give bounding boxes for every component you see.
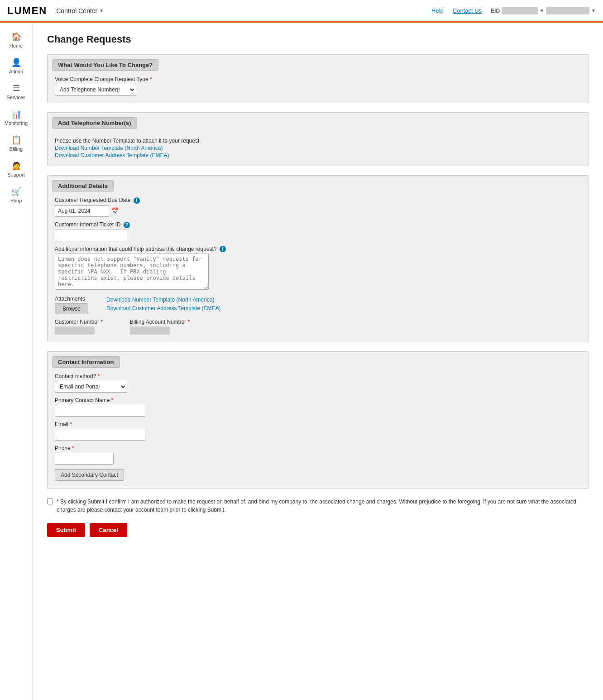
- add-telephone-header: Add Telephone Number(s): [52, 117, 137, 129]
- page-title: Change Requests: [47, 34, 589, 45]
- control-center-arrow: ▼: [99, 8, 104, 13]
- due-date-info-icon[interactable]: i: [134, 197, 140, 204]
- services-icon: ☰: [13, 83, 20, 93]
- ticket-id-info-icon[interactable]: ?: [124, 222, 130, 228]
- sidebar-item-admin[interactable]: 👤 Admin: [0, 53, 32, 79]
- email-input[interactable]: [55, 429, 145, 441]
- additional-details-body: Customer Requested Due Date i 📅 Customer…: [48, 192, 588, 342]
- sidebar-item-label-billing: Billing: [10, 146, 23, 152]
- download-north-america-link-2[interactable]: Download Number Template (North America): [106, 297, 221, 303]
- submit-button[interactable]: Submit: [47, 523, 85, 537]
- contact-information-section: Contact Information Contact method? * Em…: [47, 351, 589, 489]
- auth-text: * By clicking Submit I confirm I am auth…: [57, 498, 589, 514]
- sidebar: 🏠 Home 👤 Admin ☰ Services 📊 Monitoring 📋…: [0, 23, 33, 700]
- add-telephone-body: Please use the Number Template to attach…: [48, 129, 588, 166]
- sidebar-item-services[interactable]: ☰ Services: [0, 79, 32, 105]
- customer-number-value: XXXXXXXXX: [55, 326, 95, 335]
- sidebar-item-monitoring[interactable]: 📊 Monitoring: [0, 105, 32, 130]
- contact-method-label: Contact method? *: [55, 373, 581, 379]
- phone-input[interactable]: [55, 453, 114, 465]
- shop-icon: 🛒: [11, 187, 21, 197]
- voice-complete-required: *: [150, 76, 152, 82]
- main-content: Change Requests What Would You Like To C…: [33, 23, 603, 700]
- home-icon: 🏠: [11, 32, 21, 42]
- what-change-body: Voice Complete Change Request Type * Add…: [48, 71, 588, 103]
- support-icon: 🙍: [11, 161, 21, 171]
- voice-complete-select[interactable]: Add Telephone Number(s) Remove Telephone…: [55, 84, 136, 96]
- additional-info-label: Additional information that could help a…: [55, 246, 581, 253]
- sidebar-item-label-home: Home: [10, 43, 23, 48]
- primary-contact-label: Primary Contact Name *: [55, 397, 581, 403]
- contact-info-body: Contact method? * Email and Portal Phone…: [48, 368, 588, 488]
- contact-us-link[interactable]: Contact Us: [453, 7, 482, 14]
- control-center-nav[interactable]: Control Center ▼: [56, 7, 104, 14]
- email-label: Email *: [55, 421, 581, 427]
- eid-value: XXXXXXXXX: [502, 7, 538, 14]
- add-telephone-intro: Please use the Number Template to attach…: [55, 138, 581, 144]
- sidebar-item-label-shop: Shop: [10, 198, 22, 203]
- sidebar-item-label-services: Services: [6, 95, 25, 100]
- customer-billing-row: Customer Number * XXXXXXXXX Billing Acco…: [55, 319, 581, 335]
- download-north-america-link-1[interactable]: Download Number Template (North America): [55, 145, 581, 151]
- eid-account-arrow[interactable]: ▼: [591, 8, 596, 13]
- billing-account-group: Billing Account Number * XXXXXXXXX: [130, 319, 190, 335]
- cancel-button[interactable]: Cancel: [90, 523, 127, 537]
- attachments-left: Attachments Browse: [55, 296, 88, 314]
- attachments-label: Attachments: [55, 296, 88, 302]
- due-date-label: Customer Requested Due Date i: [55, 197, 581, 204]
- sidebar-item-support[interactable]: 🙍 Support: [0, 156, 32, 182]
- top-nav: LUMEN Control Center ▼ Help Contact Us E…: [0, 0, 603, 23]
- customer-number-group: Customer Number * XXXXXXXXX: [55, 319, 103, 335]
- auth-section: * By clicking Submit I confirm I am auth…: [47, 498, 589, 514]
- billing-account-value: XXXXXXXXX: [130, 326, 170, 335]
- attachments-row: Attachments Browse Download Number Templ…: [55, 296, 581, 314]
- primary-contact-input[interactable]: [55, 405, 145, 417]
- additional-details-section: Additional Details Customer Requested Du…: [47, 175, 589, 342]
- ticket-id-input[interactable]: [55, 230, 127, 241]
- help-link[interactable]: Help: [431, 7, 444, 14]
- what-change-header: What Would You Like To Change?: [52, 59, 158, 71]
- ticket-id-label: Customer Internal Ticket ID ?: [55, 221, 581, 228]
- admin-icon: 👤: [11, 58, 21, 67]
- eid-block: EID XXXXXXXXX ▼ XXXXXXXXXXX ▼: [491, 7, 596, 14]
- contact-method-select[interactable]: Email and Portal Phone Email: [55, 381, 127, 393]
- download-emea-link-2[interactable]: Download Customer Address Template (EMEA…: [106, 305, 221, 312]
- additional-info-icon[interactable]: i: [220, 246, 226, 252]
- customer-number-label: Customer Number *: [55, 319, 103, 325]
- phone-label: Phone *: [55, 445, 581, 451]
- sidebar-item-label-support: Support: [7, 172, 25, 177]
- eid-label: EID: [491, 8, 500, 14]
- sidebar-item-label-monitoring: Monitoring: [5, 120, 28, 126]
- sidebar-item-home[interactable]: 🏠 Home: [0, 27, 32, 53]
- eid-arrow[interactable]: ▼: [540, 8, 544, 13]
- sidebar-item-label-admin: Admin: [9, 69, 23, 74]
- download-emea-link-1[interactable]: Download Customer Address Template (EMEA…: [55, 152, 581, 158]
- layout: 🏠 Home 👤 Admin ☰ Services 📊 Monitoring 📋…: [0, 23, 603, 700]
- sidebar-item-billing[interactable]: 📋 Billing: [0, 130, 32, 156]
- auth-checkbox[interactable]: [47, 499, 53, 504]
- attachments-right: Download Number Template (North America)…: [106, 296, 221, 312]
- add-telephone-section: Add Telephone Number(s) Please use the N…: [47, 112, 589, 166]
- due-date-wrap: 📅: [55, 205, 581, 217]
- sidebar-item-shop[interactable]: 🛒 Shop: [0, 182, 32, 208]
- eid-account: XXXXXXXXXXX: [546, 7, 589, 14]
- what-change-section: What Would You Like To Change? Voice Com…: [47, 54, 589, 103]
- billing-icon: 📋: [11, 135, 21, 145]
- add-secondary-contact-button[interactable]: Add Secondary Contact: [55, 469, 124, 481]
- additional-info-textarea[interactable]: [55, 254, 209, 290]
- voice-complete-label: Voice Complete Change Request Type *: [55, 76, 581, 82]
- browse-button[interactable]: Browse: [55, 303, 88, 314]
- action-buttons: Submit Cancel: [47, 523, 589, 537]
- billing-account-label: Billing Account Number *: [130, 319, 190, 325]
- logo: LUMEN: [7, 5, 47, 17]
- calendar-icon[interactable]: 📅: [111, 207, 119, 215]
- top-nav-right: Help Contact Us EID XXXXXXXXX ▼ XXXXXXXX…: [431, 7, 596, 14]
- additional-details-header: Additional Details: [52, 180, 114, 192]
- contact-info-header: Contact Information: [52, 356, 120, 368]
- control-center-label: Control Center: [56, 7, 97, 14]
- monitoring-icon: 📊: [11, 109, 21, 119]
- due-date-input[interactable]: [55, 205, 109, 217]
